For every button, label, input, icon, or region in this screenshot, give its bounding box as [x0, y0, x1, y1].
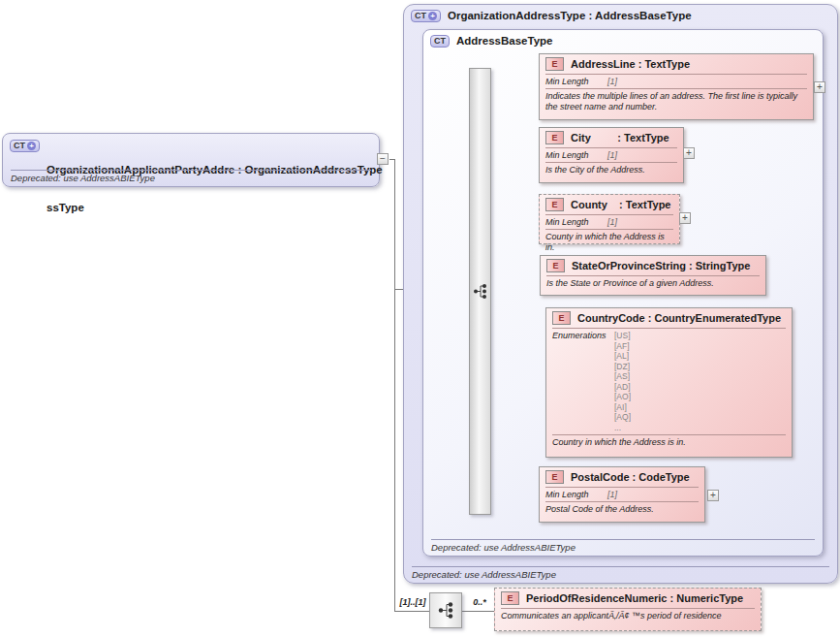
complex-type-badge-label: CT — [415, 12, 426, 20]
facet-value: [1] — [607, 490, 617, 499]
facet-row: Min Length [1] — [545, 147, 677, 163]
title-line: ssType — [47, 202, 383, 214]
expand-button[interactable]: + — [814, 81, 825, 93]
sequence-compositor-bar[interactable] — [469, 68, 491, 515]
element-icon: E — [545, 470, 564, 484]
facet-row: Min Length [1] — [545, 74, 807, 89]
element-title: County : TextType — [571, 198, 671, 211]
element-countrycode[interactable]: E CountryCode : CountryEnumeratedType En… — [545, 307, 793, 458]
complex-type-organizational-applicant-party-address-box[interactable]: CT+ OrganizationalApplicantPartyAddre : … — [2, 133, 380, 187]
element-title-row: E PeriodOfResidenceNumeric : NumericType — [501, 591, 755, 605]
cardinality-label: 0..* — [466, 597, 493, 607]
facet-row: Min Length [1] — [545, 487, 699, 502]
complex-type-icon: CT — [430, 35, 450, 48]
complex-type-title: AddressBaseType — [456, 35, 553, 48]
element-title-row: E City : TextType — [545, 131, 677, 144]
element-title-row: E PostalCode : CodeType — [545, 470, 699, 484]
connector-line — [394, 159, 395, 612]
connector-line — [395, 611, 429, 612]
element-title-row: E AddressLine : TextType — [545, 57, 807, 71]
element-stateorprovincestring[interactable]: E StateOrProvinceString : StringType Is … — [540, 255, 766, 296]
connector-line — [460, 611, 494, 612]
element-title: PeriodOfResidenceNumeric : NumericType — [526, 591, 743, 605]
expand-button[interactable]: + — [679, 212, 691, 224]
element-icon: E — [545, 198, 564, 211]
facet-label: Min Length — [545, 217, 607, 227]
element-description: Indicates the multiple lines of an addre… — [545, 89, 807, 112]
expand-button[interactable]: + — [683, 147, 695, 159]
complex-type-badge-label: CT — [14, 142, 25, 150]
element-description: County in which the Address is in. — [545, 230, 673, 253]
element-title: City : TextType — [571, 131, 669, 144]
element-icon: E — [546, 259, 565, 272]
element-description: Country in which the Address is in. — [552, 435, 786, 448]
plus-icon: + — [428, 12, 437, 20]
element-county[interactable]: E County : TextType Min Length [1] Count… — [539, 194, 680, 244]
complex-type-title: OrganizationalApplicantPartyAddre : Orga… — [47, 139, 383, 239]
plus-icon: + — [27, 142, 36, 150]
sequence-icon — [473, 283, 487, 300]
schema-diagram-canvas: [1]..[1] [1]..* [1]..[1] 0..[1] [1]..[1]… — [0, 0, 840, 637]
facet-row: Enumerations [US] [AF] [AL] [DZ] [AS] [A… — [552, 328, 786, 435]
facet-label: Min Length — [545, 490, 607, 499]
element-description: Is the State or Province of a given Addr… — [546, 276, 760, 289]
collapse-button[interactable]: − — [377, 153, 389, 165]
element-addressline[interactable]: E AddressLine : TextType Min Length [1] … — [539, 53, 814, 120]
element-title-row: E County : TextType — [545, 198, 673, 211]
facet-label: Min Length — [545, 77, 607, 86]
cardinality-label: [1]..[1] — [396, 597, 429, 607]
element-icon: E — [501, 591, 519, 605]
facet-label: Min Length — [545, 150, 607, 160]
facet-value: [1] — [607, 77, 617, 86]
expand-button[interactable]: + — [707, 490, 719, 501]
element-periodofresidencenumeric[interactable]: E PeriodOfResidenceNumeric : NumericType… — [494, 588, 762, 631]
complex-type-icon: CT+ — [411, 10, 441, 22]
element-title-row: E CountryCode : CountryEnumeratedType — [552, 311, 786, 325]
facet-value: [1] — [607, 150, 617, 160]
complex-type-header: CT AddressBaseType — [423, 30, 823, 49]
enumeration-values: [US] [AF] [AL] [DZ] [AS] [AD] [AO] [AI] … — [614, 331, 631, 432]
deprecated-note: Deprecated: use AddressABIEType — [412, 566, 829, 580]
complex-type-badge-label: CT — [434, 37, 446, 46]
complex-type-header: CT+ OrganizationalApplicantPartyAddre : … — [3, 134, 379, 239]
element-title: CountryCode : CountryEnumeratedType — [577, 311, 781, 325]
facet-value: [1] — [607, 217, 617, 227]
element-city[interactable]: E City : TextType Min Length [1] Is the … — [539, 127, 684, 183]
element-description: Postal Code of the Address. — [545, 502, 699, 515]
element-icon: E — [552, 311, 571, 325]
element-icon: E — [545, 131, 564, 144]
complex-type-title: OrganizationAddressType : AddressBaseTyp… — [448, 10, 692, 22]
element-title: PostalCode : CodeType — [571, 470, 690, 484]
sequence-icon — [438, 601, 454, 620]
deprecated-note: Deprecated: use AddressABIEType — [11, 170, 371, 183]
facet-row: Min Length [1] — [545, 214, 673, 230]
element-title: AddressLine : TextType — [571, 57, 690, 71]
facet-label: Enumerations — [552, 331, 614, 340]
deprecated-note: Deprecated: use AddressABIEType — [431, 539, 815, 553]
element-description: Is the City of the Address. — [545, 163, 677, 175]
element-description: Communicates an applicantÃ‚/Ã¢ ™s period… — [501, 609, 755, 621]
complex-type-icon: CT+ — [10, 140, 40, 152]
complex-type-header: CT+ OrganizationAddressType : AddressBas… — [404, 5, 837, 24]
element-title-row: E StateOrProvinceString : StringType — [546, 259, 760, 272]
sequence-compositor[interactable] — [429, 592, 462, 628]
element-title: StateOrProvinceString : StringType — [572, 259, 750, 272]
element-icon: E — [545, 57, 564, 71]
element-postalcode[interactable]: E PostalCode : CodeType Min Length [1] P… — [539, 466, 705, 523]
